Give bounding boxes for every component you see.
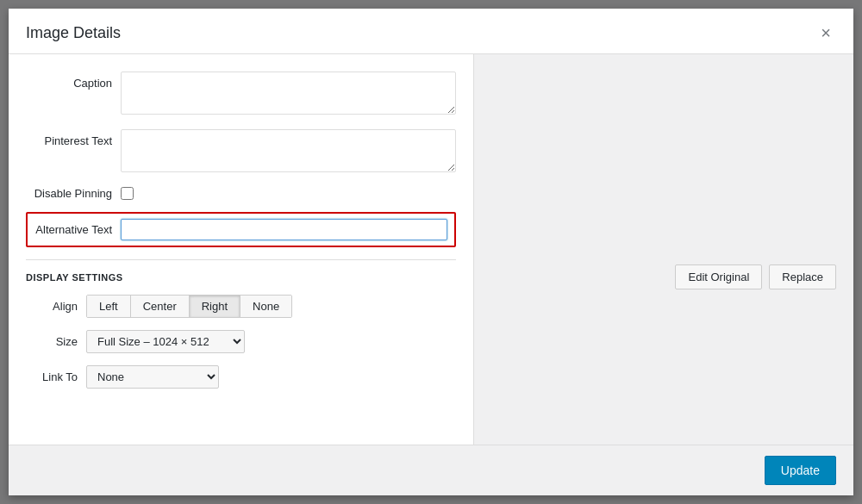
align-row: Align Left Center Right None — [26, 295, 456, 318]
alternative-text-row: Alternative Text — [26, 212, 456, 247]
image-action-buttons: Edit Original Replace — [675, 264, 836, 289]
modal-footer: Update — [9, 445, 853, 495]
display-settings-title: DISPLAY SETTINGS — [26, 272, 456, 283]
caption-field — [121, 72, 456, 117]
modal-body: Caption Pinterest Text Disable Pinning — [9, 54, 853, 445]
align-right-button[interactable]: Right — [190, 296, 240, 317]
align-label: Align — [26, 300, 86, 313]
modal-right-panel: Edit Original Replace — [474, 54, 853, 445]
disable-pinning-label: Disable Pinning — [26, 187, 121, 200]
link-to-row: Link To None Media File Attachment Page … — [26, 365, 456, 389]
align-left-button[interactable]: Left — [87, 296, 131, 317]
align-center-button[interactable]: Center — [131, 296, 190, 317]
size-label: Size — [26, 335, 86, 348]
align-button-group: Left Center Right None — [86, 295, 292, 318]
pinterest-input[interactable] — [121, 129, 456, 172]
size-select[interactable]: Full Size – 1024 × 512 — [86, 330, 245, 353]
alt-text-label: Alternative Text — [34, 223, 121, 236]
section-divider — [26, 259, 456, 260]
modal-title: Image Details — [26, 24, 121, 42]
update-button[interactable]: Update — [765, 456, 836, 485]
size-row: Size Full Size – 1024 × 512 — [26, 330, 456, 353]
caption-label: Caption — [26, 72, 121, 90]
caption-input[interactable] — [121, 72, 456, 115]
close-button[interactable]: × — [815, 22, 836, 43]
edit-original-button[interactable]: Edit Original — [675, 264, 762, 289]
pinterest-text-row: Pinterest Text — [26, 129, 456, 175]
link-to-label: Link To — [26, 370, 86, 383]
replace-button[interactable]: Replace — [769, 264, 836, 289]
image-details-modal: Image Details × Caption Pinterest Text — [9, 9, 853, 495]
pinterest-field — [121, 129, 456, 175]
alt-text-input[interactable] — [121, 219, 447, 240]
caption-row: Caption — [26, 72, 456, 117]
disable-pinning-row: Disable Pinning — [26, 187, 456, 200]
link-to-select[interactable]: None Media File Attachment Page Custom U… — [86, 365, 219, 389]
align-none-button[interactable]: None — [240, 296, 291, 317]
disable-pinning-checkbox[interactable] — [121, 187, 134, 200]
pinterest-label: Pinterest Text — [26, 129, 121, 147]
modal-left-panel: Caption Pinterest Text Disable Pinning — [9, 54, 474, 445]
modal-header: Image Details × — [9, 9, 853, 54]
